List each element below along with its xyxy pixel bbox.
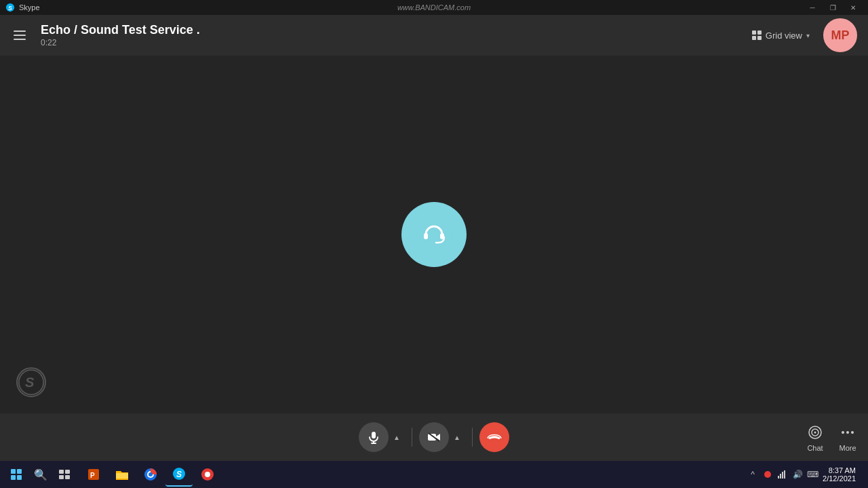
hamburger-line-1 <box>14 30 26 32</box>
taskbar-apps: P S <box>80 462 221 487</box>
grid-view-button[interactable]: Grid view ▾ <box>747 28 815 43</box>
grid-cell-2 <box>757 30 762 35</box>
more-icon <box>838 423 857 442</box>
taskbar-right: ^ 🔊 ⌨ 8:37 AM 2/12/2021 <box>747 462 864 487</box>
taskbar: 🔍 P <box>0 461 868 488</box>
call-title-block: Echo / Sound Test Service . 0:22 <box>41 23 200 47</box>
mute-chevron[interactable]: ▲ <box>389 422 405 452</box>
divider-1 <box>412 428 412 447</box>
grid-icon <box>752 30 762 40</box>
svg-rect-21 <box>65 475 70 479</box>
hamburger-line-3 <box>14 39 26 40</box>
restore-button[interactable]: ❐ <box>823 1 842 14</box>
call-controls-bar: ▲ ▲ <box>0 413 868 461</box>
svg-point-14 <box>814 431 816 433</box>
tray-volume-icon[interactable]: 🔊 <box>791 468 804 481</box>
windows-quad-2 <box>17 469 22 474</box>
task-view-button[interactable] <box>53 462 77 487</box>
windows-quad-3 <box>11 475 16 480</box>
windows-quad-1 <box>11 469 16 474</box>
minimize-button[interactable]: ─ <box>803 1 822 14</box>
video-button[interactable] <box>419 422 449 452</box>
divider-2 <box>472 428 473 447</box>
svg-point-26 <box>149 472 153 476</box>
end-call-button[interactable] <box>479 422 509 452</box>
chat-icon <box>806 423 825 442</box>
clock-time: 8:37 AM <box>823 466 856 474</box>
taskbar-app-browser[interactable] <box>137 462 164 487</box>
skype-watermark-logo: S <box>16 367 46 397</box>
svg-rect-7 <box>372 432 376 439</box>
start-button[interactable] <box>4 462 28 487</box>
svg-point-16 <box>846 431 849 434</box>
tray-network-icon[interactable] <box>776 468 789 481</box>
close-button[interactable]: ✕ <box>844 1 863 14</box>
hamburger-button[interactable] <box>11 24 33 46</box>
video-chevron[interactable]: ▲ <box>449 422 465 452</box>
svg-rect-19 <box>65 470 70 474</box>
svg-rect-33 <box>780 474 781 479</box>
svg-point-4 <box>416 217 452 252</box>
grid-cell-1 <box>752 30 756 35</box>
svg-rect-20 <box>59 475 64 479</box>
chat-label: Chat <box>807 444 823 452</box>
svg-rect-35 <box>784 470 785 479</box>
mute-button[interactable] <box>359 422 389 452</box>
svg-rect-34 <box>782 472 783 479</box>
show-desktop-button[interactable] <box>860 462 864 487</box>
call-title: Echo / Sound Test Service . <box>41 23 200 37</box>
system-tray: ^ 🔊 ⌨ <box>747 468 818 481</box>
svg-point-15 <box>842 431 844 434</box>
windows-quad-4 <box>17 475 22 480</box>
bandicam-watermark: www.BANDICAM.com <box>397 3 471 12</box>
clock-date: 2/12/2021 <box>823 474 856 483</box>
echo-service-avatar <box>401 202 467 267</box>
svg-rect-5 <box>424 233 428 239</box>
call-area: S <box>0 56 868 413</box>
taskbar-app-explorer[interactable] <box>108 462 136 487</box>
taskbar-app-skype[interactable]: S <box>165 462 193 487</box>
grid-cell-3 <box>752 36 756 40</box>
app-name-label: Skype <box>19 3 40 12</box>
windows-icon <box>11 469 22 480</box>
headset-icon <box>416 217 452 252</box>
search-button[interactable]: 🔍 <box>28 462 53 487</box>
user-avatar[interactable]: MP <box>823 18 857 52</box>
svg-text:P: P <box>90 472 95 479</box>
svg-text:S: S <box>8 5 12 12</box>
video-group: ▲ <box>419 422 465 452</box>
svg-point-17 <box>851 431 854 434</box>
system-clock[interactable]: 8:37 AM 2/12/2021 <box>823 466 856 483</box>
chevron-down-icon: ▾ <box>806 32 810 39</box>
svg-point-31 <box>764 471 771 478</box>
svg-text:S: S <box>25 375 35 390</box>
title-bar: S Skype www.BANDICAM.com ─ ❐ ✕ <box>0 0 868 15</box>
window-controls: ─ ❐ ✕ <box>803 1 863 14</box>
skype-icon: S <box>5 3 15 12</box>
header-right: Grid view ▾ MP <box>747 18 857 52</box>
tray-record-dot <box>762 468 774 481</box>
taskbar-app-record[interactable] <box>194 462 221 487</box>
call-duration: 0:22 <box>41 38 200 47</box>
svg-point-30 <box>205 472 210 477</box>
chat-button[interactable]: Chat <box>806 423 825 452</box>
right-controls: Chat More <box>806 423 857 452</box>
tray-expand-icon[interactable]: ^ <box>747 468 759 481</box>
svg-text:S: S <box>176 470 182 479</box>
tray-keyboard-icon[interactable]: ⌨ <box>806 468 818 481</box>
more-label: More <box>839 444 856 452</box>
taskbar-app-powerpoint[interactable]: P <box>80 462 107 487</box>
svg-rect-32 <box>778 476 779 479</box>
grid-cell-4 <box>757 36 762 40</box>
more-button[interactable]: More <box>838 423 857 452</box>
app-header: Echo / Sound Test Service . 0:22 Grid vi… <box>0 15 868 56</box>
title-bar-left: S Skype <box>5 3 40 12</box>
mute-group: ▲ <box>359 422 405 452</box>
svg-rect-18 <box>59 470 64 474</box>
grid-view-label: Grid view <box>766 30 802 41</box>
hamburger-line-2 <box>14 35 26 36</box>
